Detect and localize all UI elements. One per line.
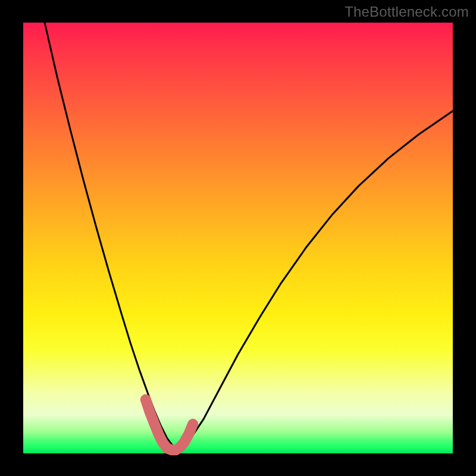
highlight-bottom (146, 400, 193, 450)
watermark-text: TheBottleneck.com (345, 4, 469, 20)
main-curve (45, 23, 453, 447)
plot-area (23, 23, 453, 453)
chart-frame: TheBottleneck.com (0, 0, 476, 476)
curve-svg (23, 23, 453, 453)
